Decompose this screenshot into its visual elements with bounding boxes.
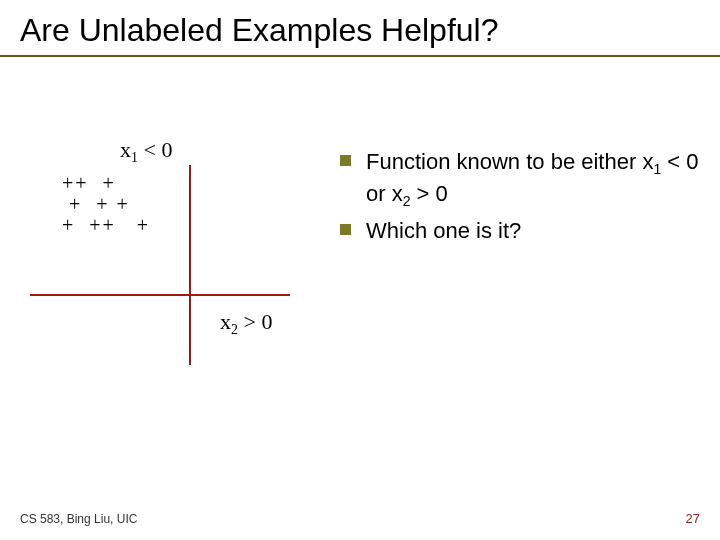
slide-number: 27 — [686, 511, 700, 526]
title-bar: Are Unlabeled Examples Helpful? — [0, 0, 720, 57]
slide-content: x1 < 0 ++ + + + + + ++ + x2 > 0 Function… — [0, 57, 720, 477]
footer-left: CS 583, Bing Liu, UIC — [20, 512, 137, 526]
x1-var: x — [120, 137, 131, 162]
axes-icon — [30, 165, 320, 365]
x1-rest: < 0 — [138, 137, 172, 162]
slide-title: Are Unlabeled Examples Helpful? — [20, 12, 700, 49]
x2-label: x2 > 0 — [220, 309, 272, 338]
x1-label: x1 < 0 — [120, 137, 172, 166]
bullet-list: Function known to be either x1 < 0 or x2… — [340, 147, 700, 249]
b1-pre: Function known to be either x — [366, 149, 653, 174]
x1-sub: 1 — [131, 150, 138, 165]
bullet-2: Which one is it? — [340, 216, 700, 246]
b1-post: > 0 — [410, 181, 447, 206]
bullet-1: Function known to be either x1 < 0 or x2… — [340, 147, 700, 212]
x2-rest: > 0 — [238, 309, 272, 334]
diagram-area: x1 < 0 ++ + + + + + ++ + x2 > 0 — [30, 137, 320, 397]
x2-sub: 2 — [231, 322, 238, 337]
x2-var: x — [220, 309, 231, 334]
